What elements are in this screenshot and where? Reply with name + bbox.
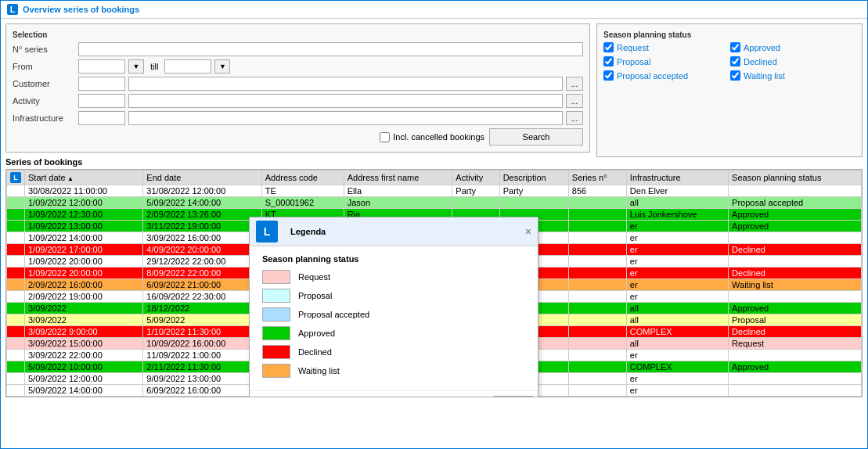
row-icon-cell	[7, 232, 25, 244]
incl-cancelled-label[interactable]: Incl. cancelled bookings	[393, 132, 484, 142]
main-window: L Overview series of bookings Selection …	[0, 0, 868, 449]
row-status: Request	[729, 338, 862, 350]
legend-color-swatch	[262, 326, 290, 340]
col-header-addr-code[interactable]: Address code	[261, 171, 344, 185]
legend-item-label: Waiting list	[298, 366, 340, 375]
row-start: 3/09/2022	[25, 314, 143, 326]
legend-close-x-button[interactable]: ×	[525, 225, 531, 238]
row-series: 856	[568, 185, 626, 197]
waiting-list-checkbox[interactable]	[730, 70, 740, 81]
row-series	[568, 244, 626, 256]
row-end: 8/09/2022 22:00:00	[143, 268, 261, 279]
row-start: 5/09/2022 14:00:00	[25, 385, 143, 397]
row-icon-cell	[7, 303, 25, 314]
row-start: 3/09/2022 9:00:00	[25, 326, 143, 338]
row-start: 5/09/2022 12:00:00	[25, 373, 143, 385]
approved-checkbox[interactable]	[730, 42, 740, 52]
row-status: Proposal accepted	[729, 197, 862, 209]
row-status: Approved	[729, 209, 862, 221]
col-header-series[interactable]: Series n°	[568, 171, 626, 185]
incl-cancelled-checkbox[interactable]	[380, 132, 390, 142]
activity-name-input[interactable]	[128, 94, 563, 108]
proposal-accepted-label[interactable]: Proposal accepted	[617, 71, 688, 81]
table-row[interactable]: 30/08/2022 11:00:00 31/08/2022 12:00:00 …	[7, 185, 862, 197]
row-icon-cell	[7, 385, 25, 397]
customer-dots-btn[interactable]: ...	[566, 77, 583, 91]
row-icon-cell	[7, 373, 25, 385]
infra-dots-btn[interactable]: ...	[566, 111, 583, 125]
infra-name-input[interactable]	[128, 111, 563, 125]
request-label[interactable]: Request	[617, 43, 649, 52]
window-title: Overview series of bookings	[23, 5, 139, 14]
till-date-input[interactable]	[164, 59, 211, 74]
col-header-end[interactable]: End date	[143, 171, 261, 185]
proposal-checkbox[interactable]	[603, 56, 614, 66]
approved-label[interactable]: Approved	[744, 43, 780, 52]
row-end: 4/09/2022 20:00:00	[143, 244, 261, 256]
from-calendar-btn[interactable]: ▼	[128, 59, 144, 74]
legend-item: Proposal accepted	[262, 307, 525, 321]
row-start: 2/09/2022 16:00:00	[25, 279, 143, 291]
col-header-activity[interactable]: Activity	[452, 171, 499, 185]
row-end: 2/09/2022 13:26:00	[143, 209, 261, 221]
legend-item: Approved	[262, 326, 525, 340]
row-infra: all	[626, 197, 728, 209]
row-addr-code: S_00001962	[261, 197, 344, 209]
col-header-status[interactable]: Season planning status	[729, 171, 862, 185]
row-series	[568, 268, 626, 279]
till-calendar-btn[interactable]: ▼	[214, 59, 230, 74]
legend-title: Legenda	[290, 227, 326, 236]
row-infra: er	[626, 279, 728, 291]
row-status	[729, 350, 862, 361]
row-end: 11/09/2022 1:00:00	[143, 350, 261, 361]
search-button[interactable]: Search	[489, 128, 583, 145]
row-addr-first: Jason	[344, 197, 452, 209]
row-series	[568, 303, 626, 314]
declined-label[interactable]: Declined	[744, 57, 777, 66]
series-input[interactable]	[78, 42, 583, 56]
row-infra: er	[626, 244, 728, 256]
row-end: 5/09/2022	[143, 314, 261, 326]
infra-code-input[interactable]	[78, 111, 125, 125]
declined-checkbox[interactable]	[730, 56, 740, 66]
waiting-list-label[interactable]: Waiting list	[744, 71, 785, 81]
col-header-start[interactable]: Start date	[25, 171, 143, 185]
activity-code-input[interactable]	[78, 94, 125, 108]
row-end: 1/10/2022 11:30:00	[143, 326, 261, 338]
row-infra: er	[626, 256, 728, 268]
proposal-label[interactable]: Proposal	[617, 57, 650, 66]
table-row[interactable]: 1/09/2022 12:00:00 5/09/2022 14:00:00 S_…	[7, 197, 862, 209]
row-start: 1/09/2022 13:00:00	[25, 221, 143, 232]
row-start: 1/09/2022 14:00:00	[25, 232, 143, 244]
row-end: 6/09/2022 21:00:00	[143, 279, 261, 291]
proposal-accepted-checkbox[interactable]	[603, 70, 614, 81]
row-status: Approved	[729, 361, 862, 373]
row-status: Approved	[729, 221, 862, 232]
row-infra: all	[626, 314, 728, 326]
legend-close-button[interactable]: Close	[494, 396, 533, 397]
row-status: Proposal	[729, 314, 862, 326]
request-checkbox[interactable]	[603, 42, 614, 52]
row-start: 1/09/2022 20:00:00	[25, 256, 143, 268]
customer-name-input[interactable]	[128, 77, 563, 91]
row-status	[729, 256, 862, 268]
activity-dots-btn[interactable]: ...	[566, 94, 583, 108]
row-status: Declined	[729, 244, 862, 256]
row-start: 3/09/2022 22:00:00	[25, 350, 143, 361]
col-header-desc[interactable]: Description	[499, 171, 568, 185]
customer-label: Customer	[13, 79, 75, 88]
row-series	[568, 338, 626, 350]
row-icon-cell	[7, 256, 25, 268]
from-date-input[interactable]	[78, 59, 125, 74]
col-header-addr-first[interactable]: Address first name	[344, 171, 452, 185]
row-icon-cell	[7, 244, 25, 256]
col-header-infra[interactable]: Infrastructure	[626, 171, 728, 185]
legend-color-swatch	[262, 364, 290, 378]
customer-code-input[interactable]	[78, 77, 125, 91]
row-icon-cell	[7, 338, 25, 350]
row-start: 30/08/2022 11:00:00	[25, 185, 143, 197]
row-icon-cell	[7, 350, 25, 361]
row-series	[568, 350, 626, 361]
legend-icon: L	[256, 221, 278, 242]
row-series	[568, 197, 626, 209]
